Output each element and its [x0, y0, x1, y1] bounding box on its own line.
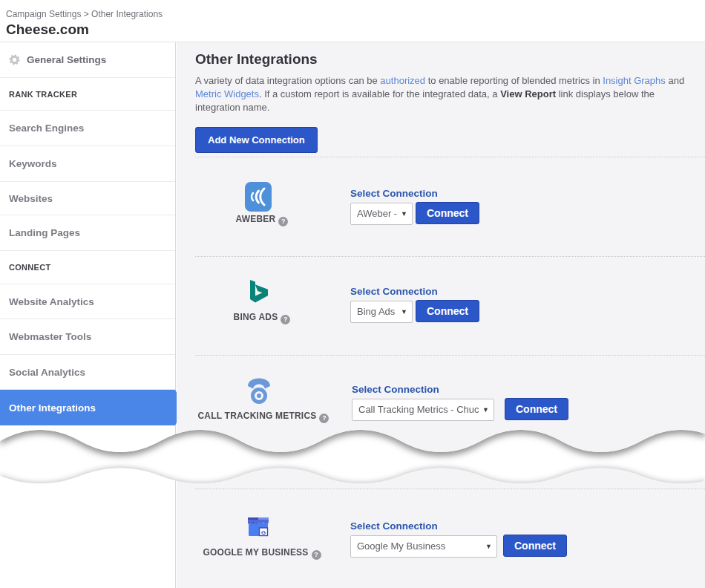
desc-text: . If a custom report is available for th… — [259, 88, 500, 99]
integration-name-text: BING ADS — [234, 312, 278, 322]
page-header: Campaign Settings > Other Integrations C… — [0, 0, 705, 42]
help-icon[interactable]: ? — [278, 217, 288, 226]
google-my-business-connect-button[interactable]: Connect — [503, 535, 567, 557]
selected-value: Call Tracking Metrics - Chuc — [358, 404, 479, 415]
view-report-text: View Report — [500, 88, 556, 99]
top-section-wrap: Campaign Settings > Other Integrations C… — [0, 0, 705, 460]
sidebar-section-rank-tracker: RANK TRACKER — [0, 78, 175, 111]
authorized-link[interactable]: authorized — [380, 75, 425, 86]
sidebar-item-search-engines[interactable]: Search Engines — [0, 111, 175, 146]
bing-ads-icon — [248, 279, 270, 307]
aweber-icon — [245, 182, 272, 212]
sidebar-bottom — [0, 457, 176, 588]
desc-text: to enable reporting of blended metrics i… — [425, 75, 603, 86]
main-content-bottom: G GOOGLE MY BUSINESS? Select Connection … — [177, 457, 705, 588]
row-divider — [195, 489, 705, 489]
selected-value: Bing Ads — [357, 306, 395, 317]
chevron-down-icon: ▼ — [401, 203, 407, 224]
row-divider — [195, 355, 705, 356]
main-content-top: Other Integrations A variety of data int… — [177, 42, 705, 460]
sidebar-item-websites[interactable]: Websites — [0, 182, 175, 215]
integration-name-aweber: AWEBER? — [177, 214, 347, 226]
row-divider — [195, 157, 705, 157]
add-new-connection-button[interactable]: Add New Connection — [195, 127, 318, 153]
select-connection-label: Select Connection — [350, 520, 438, 532]
integration-name-text: CALL TRACKING METRICS — [198, 411, 317, 421]
desc-text: and — [666, 75, 684, 86]
sidebar-item-general-settings[interactable]: General Settings — [0, 42, 175, 78]
call-tracking-metrics-icon — [243, 373, 275, 406]
aweber-connection-select[interactable]: AWeber - ▼ — [350, 203, 413, 225]
integration-name-bing-ads: BING ADS? — [177, 312, 347, 324]
google-my-business-connection-select[interactable]: Google My Business ▼ — [350, 535, 497, 558]
sidebar-item-landing-pages[interactable]: Landing Pages — [0, 215, 175, 251]
chevron-down-icon: ▼ — [485, 536, 492, 557]
sidebar-item-website-analytics[interactable]: Website Analytics — [0, 284, 175, 319]
section-heading: Other Integrations — [195, 51, 318, 68]
call-tracking-metrics-connection-select[interactable]: Call Tracking Metrics - Chuc ▼ — [352, 399, 494, 421]
svg-text:G: G — [261, 529, 266, 536]
gear-icon — [9, 54, 20, 65]
sidebar-item-social-analytics[interactable]: Social Analytics — [0, 355, 175, 390]
page: Campaign Settings > Other Integrations C… — [0, 0, 705, 588]
sidebar-item-keywords[interactable]: Keywords — [0, 146, 175, 182]
google-my-business-icon: G — [244, 513, 272, 541]
section-description: A variety of data integration options ca… — [195, 74, 698, 114]
sidebar-item-other-integrations[interactable]: Other Integrations — [0, 390, 175, 425]
page-title: Cheese.com — [6, 22, 89, 38]
bottom-section: G GOOGLE MY BUSINESS? Select Connection … — [0, 457, 705, 588]
select-connection-label: Select Connection — [352, 384, 439, 395]
bottom-section-wrap: G GOOGLE MY BUSINESS? Select Connection … — [0, 457, 705, 588]
metric-widgets-link[interactable]: Metric Widgets — [195, 88, 259, 99]
aweber-connect-button[interactable]: Connect — [416, 202, 479, 224]
row-divider — [195, 256, 705, 257]
bing-ads-connection-select[interactable]: Bing Ads ▼ — [350, 301, 413, 323]
top-section: Campaign Settings > Other Integrations C… — [0, 0, 705, 460]
integration-name-call-tracking-metrics: CALL TRACKING METRICS? — [178, 411, 349, 423]
desc-text: A variety of data integration options ca… — [195, 75, 380, 86]
chevron-down-icon: ▼ — [401, 301, 407, 322]
help-icon[interactable]: ? — [312, 550, 321, 560]
call-tracking-metrics-connect-button[interactable]: Connect — [505, 398, 568, 420]
chevron-down-icon: ▼ — [482, 399, 489, 420]
integration-name-text: AWEBER — [236, 214, 276, 224]
insight-graphs-link[interactable]: Insight Graphs — [603, 75, 666, 86]
sidebar-item-site-auditor[interactable]: Site Auditor — [0, 425, 175, 460]
selected-value: AWeber - — [357, 208, 397, 219]
select-connection-label: Select Connection — [350, 286, 438, 297]
help-icon[interactable]: ? — [281, 315, 290, 324]
select-connection-label: Select Connection — [350, 188, 438, 199]
integration-name-google-my-business: GOOGLE MY BUSINESS? — [177, 547, 347, 560]
sidebar-item-label: General Settings — [27, 54, 106, 65]
sidebar-item-webmaster-tools[interactable]: Webmaster Tools — [0, 319, 175, 355]
selected-value: Google My Business — [357, 540, 445, 552]
help-icon[interactable]: ? — [319, 414, 329, 423]
sidebar-section-connect: CONNECT — [0, 251, 175, 284]
integration-name-text: GOOGLE MY BUSINESS — [203, 547, 308, 558]
sidebar: General Settings RANK TRACKER Search Eng… — [0, 42, 176, 460]
breadcrumb[interactable]: Campaign Settings > Other Integrations — [6, 9, 163, 19]
bing-ads-connect-button[interactable]: Connect — [416, 300, 479, 322]
